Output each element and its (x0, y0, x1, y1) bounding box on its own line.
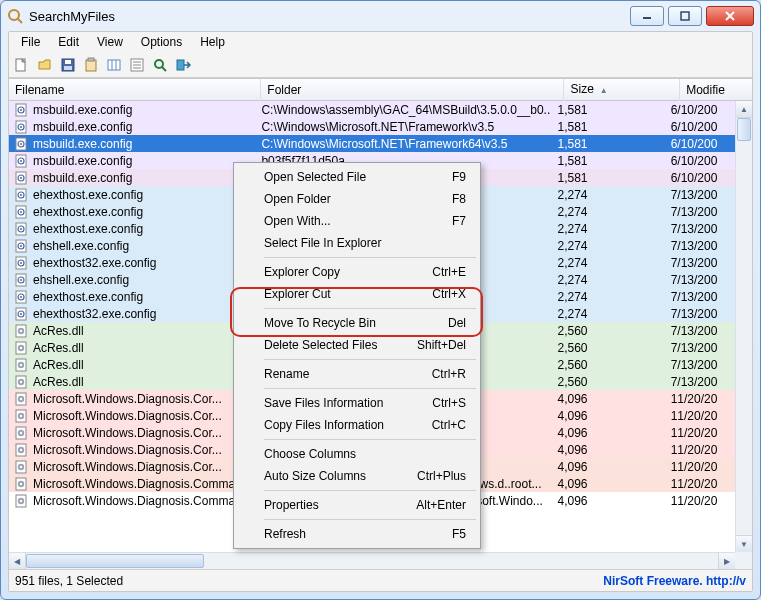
column-size[interactable]: Size▲ (564, 78, 680, 102)
cell-filename: Microsoft.Windows.Diagnosis.Cor... (33, 409, 222, 423)
sort-asc-icon: ▲ (600, 86, 608, 95)
svg-rect-10 (86, 60, 96, 71)
cell-filename: ehexthost.exe.config (33, 290, 143, 304)
tool-properties-icon[interactable] (128, 56, 146, 74)
tool-exit-icon[interactable] (174, 56, 192, 74)
context-menu-item[interactable]: Auto Size ColumnsCtrl+Plus (236, 465, 478, 487)
file-icon (15, 188, 29, 202)
menu-view[interactable]: View (89, 34, 131, 50)
context-menu-item[interactable]: Explorer CutCtrl+X (236, 283, 478, 305)
menu-help[interactable]: Help (192, 34, 233, 50)
title-bar[interactable]: SearchMyFiles (1, 1, 760, 31)
vertical-scrollbar[interactable]: ▲ ▼ (735, 101, 752, 552)
cell-filename: msbuild.exe.config (33, 171, 132, 185)
cell-filename: AcRes.dll (33, 324, 84, 338)
tool-find-icon[interactable] (151, 56, 169, 74)
cell-modified: 11/20/20 (665, 494, 735, 508)
cell-size: 2,274 (551, 239, 664, 253)
tool-new-icon[interactable] (13, 56, 31, 74)
svg-point-78 (20, 414, 22, 416)
column-filename[interactable]: Filename (9, 79, 261, 101)
svg-point-69 (20, 363, 22, 365)
svg-rect-3 (681, 12, 689, 20)
context-menu-item[interactable]: PropertiesAlt+Enter (236, 494, 478, 516)
column-folder[interactable]: Folder (261, 79, 564, 101)
file-icon (15, 307, 29, 321)
minimize-button[interactable] (630, 6, 664, 26)
context-menu-item[interactable]: Delete Selected FilesShift+Del (236, 334, 478, 356)
cell-modified: 6/10/200 (665, 171, 735, 185)
file-icon (15, 273, 29, 287)
cell-size: 2,274 (551, 273, 664, 287)
svg-point-66 (20, 346, 22, 348)
cell-filename: AcRes.dll (33, 375, 84, 389)
cell-size: 4,096 (551, 477, 664, 491)
menu-edit[interactable]: Edit (50, 34, 87, 50)
maximize-button[interactable] (668, 6, 702, 26)
table-row[interactable]: msbuild.exe.configC:\Windows\Microsoft.N… (9, 118, 735, 135)
svg-rect-8 (65, 60, 71, 64)
menu-options[interactable]: Options (133, 34, 190, 50)
svg-point-87 (20, 465, 22, 467)
cell-size: 2,560 (551, 324, 664, 338)
menu-file[interactable]: File (13, 34, 48, 50)
file-icon (15, 290, 29, 304)
cell-modified: 7/13/200 (665, 205, 735, 219)
scroll-left-icon[interactable]: ◀ (9, 553, 26, 569)
column-modified[interactable]: Modifie (680, 79, 752, 101)
cell-modified: 7/13/200 (665, 307, 735, 321)
file-icon (15, 341, 29, 355)
context-menu-item[interactable]: Choose Columns (236, 443, 478, 465)
cell-folder: C:\Windows\Microsoft.NET\Framework\v3.5 (255, 120, 551, 134)
horizontal-scrollbar[interactable]: ◀ ▶ (9, 552, 735, 569)
context-menu-item[interactable]: Move To Recycle BinDel (236, 312, 478, 334)
scroll-thumb[interactable] (737, 118, 751, 141)
cell-modified: 11/20/20 (665, 392, 735, 406)
svg-point-48 (20, 245, 22, 247)
menu-bar: File Edit View Options Help (9, 32, 752, 52)
scroll-right-icon[interactable]: ▶ (718, 553, 735, 569)
cell-size: 2,560 (551, 341, 664, 355)
table-row[interactable]: msbuild.exe.configC:\Windows\Microsoft.N… (9, 135, 735, 152)
cell-folder: C:\Windows\assembly\GAC_64\MSBuild\3.5.0… (255, 103, 551, 117)
tool-choose-columns-icon[interactable] (105, 56, 123, 74)
context-menu-item[interactable]: Explorer CopyCtrl+E (236, 261, 478, 283)
cell-modified: 11/20/20 (665, 426, 735, 440)
status-text: 951 files, 1 Selected (15, 574, 123, 588)
context-menu-item[interactable]: RenameCtrl+R (236, 363, 478, 385)
svg-point-42 (20, 211, 22, 213)
cell-size: 1,581 (551, 154, 664, 168)
cell-filename: ehexthost.exe.config (33, 188, 143, 202)
context-menu-item[interactable]: Select File In Explorer (236, 232, 478, 254)
context-menu-separator (264, 439, 476, 440)
context-menu-item[interactable]: RefreshF5 (236, 523, 478, 545)
tool-clipboard-icon[interactable] (82, 56, 100, 74)
context-menu-item[interactable]: Open FolderF8 (236, 188, 478, 210)
file-icon (15, 426, 29, 440)
svg-point-57 (20, 296, 22, 298)
context-menu-item[interactable]: Open Selected FileF9 (236, 166, 478, 188)
cell-filename: Microsoft.Windows.Diagnosis.Commands.... (33, 477, 255, 491)
scroll-down-icon[interactable]: ▼ (736, 535, 752, 552)
table-row[interactable]: msbuild.exe.configC:\Windows\assembly\GA… (9, 101, 735, 118)
context-menu-item[interactable]: Copy Files InformationCtrl+C (236, 414, 478, 436)
cell-size: 2,274 (551, 205, 664, 219)
cell-modified: 11/20/20 (665, 460, 735, 474)
svg-point-51 (20, 262, 22, 264)
hscroll-thumb[interactable] (26, 554, 204, 568)
scroll-up-icon[interactable]: ▲ (736, 101, 752, 118)
cell-size: 4,096 (551, 494, 664, 508)
context-menu-item[interactable]: Save Files InformationCtrl+S (236, 392, 478, 414)
svg-point-84 (20, 448, 22, 450)
file-icon (15, 494, 29, 508)
svg-point-90 (20, 482, 22, 484)
close-button[interactable] (706, 6, 754, 26)
status-link[interactable]: NirSoft Freeware. http://v (603, 574, 746, 588)
svg-point-81 (20, 431, 22, 433)
svg-point-93 (20, 499, 22, 501)
context-menu-item[interactable]: Open With...F7 (236, 210, 478, 232)
cell-filename: Microsoft.Windows.Diagnosis.Commands.... (33, 494, 255, 508)
tool-open-icon[interactable] (36, 56, 54, 74)
tool-save-icon[interactable] (59, 56, 77, 74)
window-title: SearchMyFiles (29, 9, 115, 24)
